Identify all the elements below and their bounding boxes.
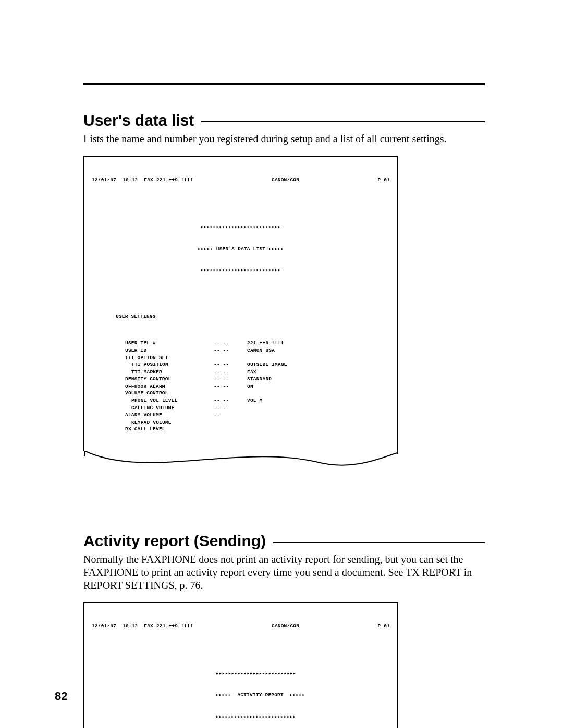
setting-label: TTI MARKER bbox=[131, 368, 214, 376]
setting-label: CALLING VOLUME bbox=[131, 404, 214, 412]
border-top: ▸▸▸▸▸▸▸▸▸▸▸▸▸▸▸▸▸▸▸▸▸▸▸▸▸▸ bbox=[92, 224, 390, 231]
setting-row: USER TEL #-- --221 ++9 ffff bbox=[92, 340, 390, 347]
printout-title-block: ▸▸▸▸▸▸▸▸▸▸▸▸▸▸▸▸▸▸▸▸▸▸▸▸▸▸ ▸▸▸▸▸ ACTIVIT… bbox=[216, 656, 351, 728]
setting-value bbox=[247, 390, 390, 397]
setting-dash: -- -- bbox=[214, 383, 247, 390]
setting-row: TTI MARKER-- --FAX bbox=[92, 368, 390, 376]
setting-row: USER ID-- --CANON USA bbox=[92, 347, 390, 354]
top-rule bbox=[83, 83, 485, 85]
setting-label: TTI POSITION bbox=[131, 361, 214, 368]
printout-title: ▸▸▸▸▸ USER'S DATA LIST ▸▸▸▸▸ bbox=[92, 245, 390, 253]
border-bot: ▸▸▸▸▸▸▸▸▸▸▸▸▸▸▸▸▸▸▸▸▸▸▸▸▸▸ bbox=[216, 713, 351, 721]
title-underline bbox=[273, 542, 485, 543]
setting-row: TTI OPTION SET bbox=[92, 354, 390, 362]
setting-value bbox=[247, 419, 390, 426]
setting-value: STANDARD bbox=[247, 376, 390, 383]
setting-value: OUTSIDE IMAGE bbox=[247, 361, 390, 368]
printout-header: 12/01/97 10:12 FAX 221 ++9 ffff CANON/CO… bbox=[92, 623, 390, 630]
page-number: 82 bbox=[55, 689, 67, 703]
hdr-mid: CANON/CON bbox=[272, 177, 299, 184]
printout1-rows: USER TEL #-- --221 ++9 ffffUSER ID-- --C… bbox=[92, 340, 390, 433]
setting-value bbox=[247, 354, 390, 362]
setting-dash: -- -- bbox=[214, 404, 247, 412]
title-underline bbox=[201, 121, 485, 122]
manual-page: User's data list Lists the name and numb… bbox=[0, 0, 563, 728]
section-title-activity-report: Activity report (Sending) bbox=[83, 532, 485, 550]
group-heading: USER SETTINGS bbox=[116, 313, 390, 320]
section1-intro: Lists the name and number you registered… bbox=[83, 132, 485, 145]
setting-row: TTI POSITION-- --OUTSIDE IMAGE bbox=[92, 361, 390, 368]
setting-dash: -- -- bbox=[214, 340, 247, 347]
setting-dash: -- -- bbox=[214, 397, 247, 404]
setting-dash bbox=[214, 426, 247, 433]
setting-dash bbox=[214, 419, 247, 426]
setting-label: USER ID bbox=[125, 347, 214, 354]
setting-row: PHONE VOL LEVEL-- --VOL M bbox=[92, 397, 390, 404]
hdr-right: P 01 bbox=[377, 623, 390, 630]
printout-user-data-list: 12/01/97 10:12 FAX 221 ++9 ffff CANON/CO… bbox=[83, 156, 485, 482]
setting-dash: -- -- bbox=[214, 347, 247, 354]
title-text: Activity report (Sending) bbox=[83, 532, 266, 550]
setting-row: ALARM VOLUME-- bbox=[92, 412, 390, 419]
setting-value: ON bbox=[247, 383, 390, 390]
hdr-right: P 01 bbox=[377, 177, 390, 184]
hdr-mid: CANON/CON bbox=[272, 623, 299, 630]
setting-label: DENSITY CONTROL bbox=[125, 376, 214, 383]
section2-intro: Normally the FAXPHONE does not print an … bbox=[83, 553, 485, 592]
torn-edge-icon bbox=[83, 451, 398, 482]
setting-dash: -- -- bbox=[214, 376, 247, 383]
setting-value: 221 ++9 ffff bbox=[247, 340, 390, 347]
setting-row: CALLING VOLUME-- -- bbox=[92, 404, 390, 412]
setting-label: USER TEL # bbox=[125, 340, 214, 347]
setting-dash: -- bbox=[214, 412, 247, 419]
printout-title-block: ▸▸▸▸▸▸▸▸▸▸▸▸▸▸▸▸▸▸▸▸▸▸▸▸▸▸ ▸▸▸▸▸ USER'S … bbox=[92, 209, 390, 288]
printout-header: 12/01/97 10:12 FAX 221 ++9 ffff CANON/CO… bbox=[92, 177, 390, 184]
setting-row: OFFHOOK ALARM-- --ON bbox=[92, 383, 390, 390]
setting-row: DENSITY CONTROL-- --STANDARD bbox=[92, 376, 390, 383]
printout-title: ▸▸▸▸▸ ACTIVITY REPORT ▸▸▸▸▸ bbox=[216, 692, 351, 699]
setting-value bbox=[247, 426, 390, 433]
setting-label: RX CALL LEVEL bbox=[125, 426, 214, 433]
hdr-left: 12/01/97 10:12 FAX 221 ++9 ffff bbox=[92, 623, 193, 630]
setting-row: RX CALL LEVEL bbox=[92, 426, 390, 433]
border-bot: ▸▸▸▸▸▸▸▸▸▸▸▸▸▸▸▸▸▸▸▸▸▸▸▸▸▸ bbox=[92, 267, 390, 274]
setting-value: CANON USA bbox=[247, 347, 390, 354]
printout-body: 12/01/97 10:12 FAX 221 ++9 ffff CANON/CO… bbox=[83, 602, 398, 728]
setting-label: TTI OPTION SET bbox=[125, 354, 214, 362]
setting-label: KEYPAD VOLUME bbox=[131, 419, 214, 426]
setting-dash: -- -- bbox=[214, 361, 247, 368]
setting-dash bbox=[214, 354, 247, 362]
setting-label: ALARM VOLUME bbox=[125, 412, 214, 419]
setting-dash: -- -- bbox=[214, 368, 247, 376]
printout-body: 12/01/97 10:12 FAX 221 ++9 ffff CANON/CO… bbox=[83, 156, 398, 451]
setting-label: PHONE VOL LEVEL bbox=[131, 397, 214, 404]
setting-value bbox=[247, 412, 390, 419]
title-text: User's data list bbox=[83, 112, 194, 129]
setting-dash bbox=[214, 390, 247, 397]
setting-row: VOLUME CONTROL bbox=[92, 390, 390, 397]
setting-row: KEYPAD VOLUME bbox=[92, 419, 390, 426]
setting-label: OFFHOOK ALARM bbox=[125, 383, 214, 390]
section-title-user-data: User's data list bbox=[83, 112, 485, 129]
printout-activity-report: 12/01/97 10:12 FAX 221 ++9 ffff CANON/CO… bbox=[83, 602, 485, 728]
border-top: ▸▸▸▸▸▸▸▸▸▸▸▸▸▸▸▸▸▸▸▸▸▸▸▸▸▸ bbox=[216, 670, 351, 677]
setting-value bbox=[247, 404, 390, 412]
setting-label: VOLUME CONTROL bbox=[125, 390, 214, 397]
hdr-left: 12/01/97 10:12 FAX 221 ++9 ffff bbox=[92, 177, 193, 184]
setting-value: VOL M bbox=[247, 397, 390, 404]
setting-value: FAX bbox=[247, 368, 390, 376]
